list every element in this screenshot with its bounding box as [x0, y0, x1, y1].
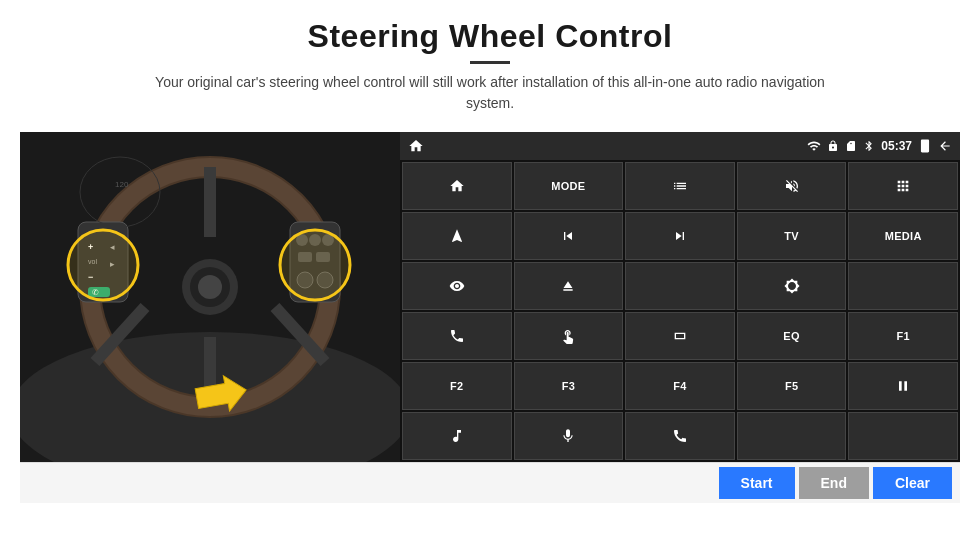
btn-screen[interactable] — [625, 312, 735, 360]
btn-empty1 — [737, 412, 847, 460]
btn-prev[interactable] — [514, 212, 624, 260]
back-icon — [938, 139, 952, 153]
lock-icon — [827, 140, 839, 152]
svg-point-28 — [280, 230, 350, 300]
btn-playpause[interactable] — [848, 362, 958, 410]
btn-radio[interactable] — [625, 262, 735, 310]
steering-wheel-image: + vol − ✆ ◂ ▸ — [20, 132, 400, 462]
end-button[interactable]: End — [799, 467, 869, 499]
btn-tv[interactable]: TV — [737, 212, 847, 260]
page-title: Steering Wheel Control — [150, 18, 830, 55]
page-subtitle: Your original car's steering wheel contr… — [150, 72, 830, 114]
btn-f1[interactable]: F1 — [848, 312, 958, 360]
btn-swipe[interactable] — [514, 312, 624, 360]
btn-home[interactable] — [402, 162, 512, 210]
status-bar: 05:37 — [400, 132, 960, 160]
content-row: + vol − ✆ ◂ ▸ — [20, 132, 960, 462]
btn-next[interactable] — [625, 212, 735, 260]
btn-mute[interactable] — [737, 162, 847, 210]
btn-media[interactable]: MEDIA — [848, 212, 958, 260]
status-icons: 05:37 — [807, 139, 952, 153]
bottom-bar: Start End Clear — [20, 462, 960, 503]
btn-eject[interactable] — [514, 262, 624, 310]
android-panel: 05:37 MODE — [400, 132, 960, 462]
btn-apps[interactable] — [848, 162, 958, 210]
buttons-grid: MODE TV — [400, 160, 960, 462]
btn-f3[interactable]: F3 — [514, 362, 624, 410]
status-left — [408, 138, 424, 154]
btn-nav[interactable] — [402, 212, 512, 260]
btn-music[interactable] — [402, 412, 512, 460]
bluetooth-icon — [863, 140, 875, 152]
sd-icon — [845, 140, 857, 152]
btn-mic[interactable] — [514, 412, 624, 460]
btn-eq[interactable]: EQ — [737, 312, 847, 360]
svg-text:120: 120 — [115, 180, 129, 189]
wifi-icon — [807, 139, 821, 153]
svg-point-27 — [68, 230, 138, 300]
page-container: Steering Wheel Control Your original car… — [0, 0, 980, 544]
btn-360[interactable] — [402, 262, 512, 310]
home-status-icon — [408, 138, 424, 154]
btn-list[interactable] — [625, 162, 735, 210]
btn-hangup[interactable] — [625, 412, 735, 460]
clear-button[interactable]: Clear — [873, 467, 952, 499]
svg-point-10 — [198, 275, 222, 299]
btn-f4[interactable]: F4 — [625, 362, 735, 410]
title-divider — [470, 61, 510, 64]
screenshot-icon — [918, 139, 932, 153]
btn-f2[interactable]: F2 — [402, 362, 512, 410]
btn-phone[interactable] — [402, 312, 512, 360]
btn-f5[interactable]: F5 — [737, 362, 847, 410]
btn-brightness[interactable] — [737, 262, 847, 310]
btn-dvd[interactable] — [848, 262, 958, 310]
start-button[interactable]: Start — [719, 467, 795, 499]
btn-mode[interactable]: MODE — [514, 162, 624, 210]
btn-empty2 — [848, 412, 958, 460]
status-time: 05:37 — [881, 139, 912, 153]
title-section: Steering Wheel Control Your original car… — [150, 18, 830, 126]
